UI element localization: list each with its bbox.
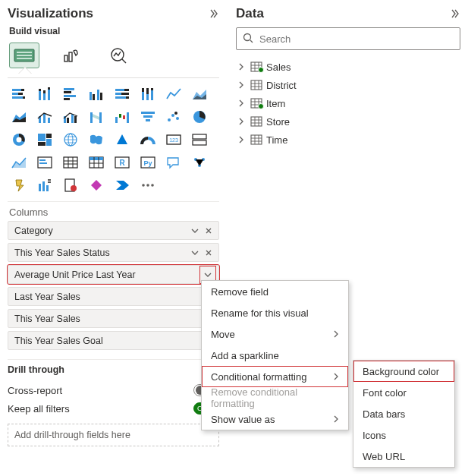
more-visuals-icon[interactable] <box>137 175 159 195</box>
menu-item-label: Remove field <box>211 286 269 298</box>
analytics-tab[interactable] <box>103 43 133 68</box>
gauge-icon[interactable] <box>137 130 159 150</box>
drill-through-header: Drill through <box>8 364 219 381</box>
chevron-right-icon[interactable] <box>236 63 247 71</box>
azure-map-icon[interactable] <box>111 130 133 150</box>
svg-rect-49 <box>119 114 121 118</box>
decomposition-tree-icon[interactable] <box>8 175 30 195</box>
paginated-report-icon[interactable] <box>59 175 82 195</box>
collapse-viz-pane-icon[interactable] <box>209 8 219 19</box>
context-menu-item[interactable]: Rename for this visual <box>202 302 348 323</box>
submenu-item[interactable]: Background color <box>353 361 454 382</box>
table-tree-item[interactable]: Item <box>236 94 460 112</box>
submenu-item[interactable]: Font color <box>353 382 454 403</box>
chevron-right-icon[interactable] <box>236 136 247 143</box>
table-name-label: Sales <box>266 61 291 73</box>
clustered-column-chart-icon[interactable] <box>85 84 108 104</box>
svg-rect-43 <box>67 118 69 123</box>
svg-point-84 <box>198 164 201 167</box>
key-influencers-icon[interactable] <box>188 153 211 172</box>
search-input[interactable] <box>258 33 454 46</box>
python-visual-icon[interactable]: Py <box>137 153 159 172</box>
svg-rect-50 <box>123 115 125 119</box>
matrix-icon[interactable] <box>85 153 108 172</box>
svg-rect-45 <box>74 116 77 123</box>
chevron-down-icon[interactable] <box>188 227 202 235</box>
stacked-area-chart-icon[interactable] <box>8 107 30 127</box>
svg-point-90 <box>142 184 145 187</box>
area-chart-icon[interactable] <box>188 84 211 104</box>
build-visual-label: Build visual <box>8 24 219 41</box>
svg-rect-10 <box>18 93 23 95</box>
context-menu-item[interactable]: Conditional formatting <box>202 366 348 387</box>
chevron-right-icon[interactable] <box>236 118 247 125</box>
svg-point-67 <box>68 134 73 146</box>
drill-through-dropzone[interactable]: Add drill-through fields here <box>8 424 219 446</box>
field-well[interactable]: This Year Sales Status <box>8 243 219 262</box>
context-menu-item[interactable]: Remove field <box>202 281 348 302</box>
table-tree-item[interactable]: Time <box>236 131 460 149</box>
stacked-column-chart-icon[interactable] <box>33 84 56 104</box>
svg-rect-68 <box>167 135 181 144</box>
chevron-right-icon[interactable] <box>236 99 247 107</box>
funnel-chart-icon[interactable] <box>137 107 159 127</box>
stacked-bar-chart-icon[interactable] <box>8 84 30 104</box>
menu-item-label: Icons <box>363 430 386 441</box>
power-apps-icon[interactable] <box>85 175 108 195</box>
line-clustered-column-icon[interactable] <box>59 107 82 127</box>
chevron-right-icon[interactable] <box>236 81 247 89</box>
waterfall-chart-icon[interactable] <box>111 107 133 127</box>
field-well[interactable]: This Year Sales Goal <box>8 331 219 350</box>
hundred-stacked-column-icon[interactable] <box>137 84 159 104</box>
table-tree-item[interactable]: District <box>236 76 460 94</box>
context-menu-item[interactable]: Add a sparkline <box>202 345 348 366</box>
donut-chart-icon[interactable] <box>8 130 30 150</box>
ribbon-chart-icon[interactable] <box>85 107 108 127</box>
svg-rect-36 <box>146 88 149 94</box>
chevron-down-icon[interactable] <box>188 249 202 257</box>
svg-rect-8 <box>21 89 24 91</box>
filled-map-icon[interactable] <box>85 130 108 150</box>
svg-rect-98 <box>251 135 262 144</box>
r-visual-icon[interactable]: R <box>111 153 133 172</box>
table-icon[interactable] <box>59 153 82 172</box>
field-well-label: This Year Sales Status <box>14 247 188 258</box>
svg-rect-15 <box>43 93 46 100</box>
svg-rect-30 <box>121 93 129 95</box>
remove-field-icon[interactable] <box>202 227 215 235</box>
submenu-item[interactable]: Data bars <box>353 403 454 424</box>
remove-field-icon[interactable] <box>202 249 215 257</box>
submenu-item[interactable]: Web URL <box>353 446 454 467</box>
treemap-icon[interactable] <box>33 130 56 150</box>
field-well[interactable]: Average Unit Price Last Year <box>8 265 219 284</box>
format-visual-tab[interactable] <box>56 43 86 68</box>
context-menu-item[interactable]: Move <box>202 323 348 345</box>
slicer-icon[interactable] <box>33 153 56 172</box>
smart-narrative-icon[interactable] <box>33 175 56 195</box>
field-well[interactable]: Category <box>8 221 219 240</box>
line-stacked-column-icon[interactable] <box>33 107 56 127</box>
context-menu-item[interactable]: Show value as <box>202 408 348 430</box>
table-tree-item[interactable]: Store <box>236 112 460 131</box>
collapse-data-pane-icon[interactable] <box>450 8 460 19</box>
submenu-item[interactable]: Icons <box>353 424 454 446</box>
build-visual-tab[interactable] <box>9 43 39 68</box>
svg-rect-11 <box>12 96 23 99</box>
svg-point-59 <box>193 111 206 123</box>
pie-chart-icon[interactable] <box>188 107 211 127</box>
clustered-bar-chart-icon[interactable] <box>59 84 82 104</box>
qa-visual-icon[interactable] <box>162 153 185 172</box>
line-chart-icon[interactable] <box>162 84 185 104</box>
field-well[interactable]: This Year Sales <box>8 309 219 328</box>
hundred-stacked-bar-icon[interactable] <box>111 84 133 104</box>
search-box[interactable] <box>236 27 460 50</box>
scatter-chart-icon[interactable] <box>162 107 185 127</box>
card-icon[interactable]: 123 <box>162 130 185 150</box>
power-automate-icon[interactable] <box>111 175 133 195</box>
table-tree-item[interactable]: Sales <box>236 58 460 76</box>
kpi-icon[interactable] <box>8 153 30 172</box>
map-icon[interactable] <box>59 130 82 150</box>
multi-row-card-icon[interactable] <box>188 130 211 150</box>
svg-rect-23 <box>90 92 92 100</box>
field-well[interactable]: Last Year Sales <box>8 287 219 306</box>
